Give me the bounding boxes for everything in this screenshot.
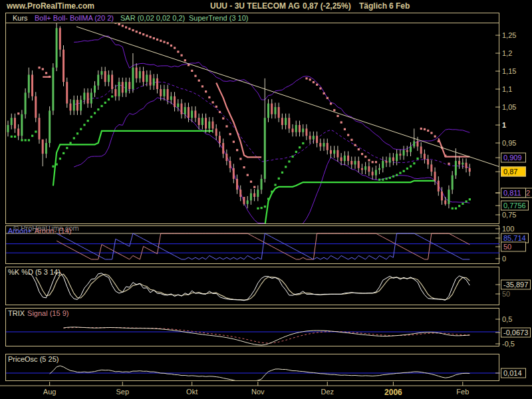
trix-title-part: TRIX <box>8 309 25 317</box>
month-label-feb: Feb <box>456 388 469 396</box>
aroon-title-part: Aroon+ <box>8 227 32 235</box>
prorealtime-chart-window: www.ProRealTime.com UUU - 3U TELECOM AG … <box>0 0 532 399</box>
trix-value-box: -0,0673 <box>501 328 531 338</box>
price-tick-0,75: 0,75 <box>502 211 516 219</box>
date-label: 6 Feb <box>389 1 410 11</box>
stoch-title-part: %K %D (5 3 14) <box>8 268 61 276</box>
stochastic-panel-title: %K %D (5 3 14) <box>8 268 63 276</box>
price-chart-panel: KursBoll+ Boll- BollMA (20 2)SAR (0,02 0… <box>5 13 499 224</box>
trix-axis-label: 0,5 <box>502 316 512 323</box>
month-label-nov: Nov <box>251 388 265 396</box>
price-box-last: 0,87 <box>501 167 526 177</box>
trix-axis-label: -0,5 <box>502 340 515 348</box>
aroon-title-part: Aroon- (14) <box>35 227 72 235</box>
symbol-title: UUU - 3U TELECOM AG <box>210 1 300 11</box>
price-tick-1: 1 <box>502 122 506 129</box>
legend-boll+: Boll+ Boll- BollMA (20 2) <box>35 14 114 22</box>
legend-kurs: Kurs <box>13 14 28 22</box>
price-box-green: 0,7756 <box>501 201 529 211</box>
price-tick-0,95: 0,95 <box>502 140 516 147</box>
price-box-purple: 0,811 <box>501 188 526 198</box>
month-label-okt: Okt <box>186 388 198 396</box>
aroon-value-box: 50 <box>501 242 526 252</box>
legend-sar: SAR (0,02 0,02 0,2) <box>120 14 185 22</box>
trix-indicator-panel: TRIXSignal (15 9) <box>5 308 499 346</box>
aroon-axis-label: 0 <box>502 255 506 263</box>
stoch-axis-label: 50 <box>502 291 510 298</box>
top-bar: www.ProRealTime.com UUU - 3U TELECOM AG … <box>0 0 532 12</box>
posc-value-box: 0,014 <box>501 368 526 378</box>
price-tick-1,1: 1,1 <box>502 86 512 93</box>
month-label-2006: 2006 <box>384 388 402 397</box>
posc-title-part: PriceOsc (5 25) <box>8 355 59 363</box>
price-box-purple: 0,909 <box>501 153 526 163</box>
aroon-axis-label: 100 <box>502 225 514 233</box>
legend-supertrend: SuperTrend (3 10) <box>189 14 248 22</box>
priceosc-panel-title: PriceOsc (5 25) <box>8 355 61 363</box>
aroon-indicator-panel: Aroon+Aroon- (14) <box>5 225 499 264</box>
stochastic-indicator-panel: %K %D (5 3 14) <box>5 267 499 305</box>
price-tick-1,05: 1,05 <box>502 104 516 111</box>
month-label-dez: Dez <box>321 388 334 396</box>
month-label-aug: Aug <box>43 388 57 396</box>
aroon-value-box: 85,714 <box>501 233 529 243</box>
indicator-legend: KursBoll+ Boll- BollMA (20 2)SAR (0,02 0… <box>6 13 499 23</box>
trix-panel-title: TRIXSignal (15 9) <box>8 309 71 317</box>
stoch-value-box: -35,897 <box>501 280 531 290</box>
trix-title-part: Signal (15 9) <box>27 309 68 317</box>
last-quote: 0,87 (-2,25%) <box>303 1 351 11</box>
timeframe-label: Täglich <box>359 1 387 11</box>
price-tick-1,15: 1,15 <box>502 68 516 75</box>
price-box-sliver: 2 <box>501 188 532 198</box>
price-tick-1,2: 1,2 <box>502 50 512 57</box>
priceosc-indicator-panel: PriceOsc (5 25) <box>5 354 499 381</box>
aroon-panel-title: Aroon+Aroon- (14) <box>8 227 74 235</box>
brand-link[interactable]: www.ProRealTime.com <box>7 1 94 11</box>
price-tick-1,25: 1,25 <box>502 32 516 39</box>
month-label-sep: Sep <box>116 388 129 396</box>
